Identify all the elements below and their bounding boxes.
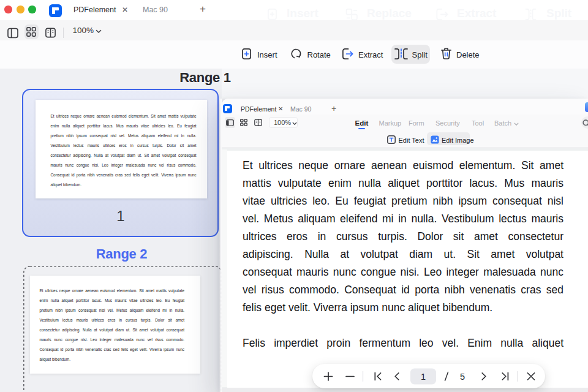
svg-text:5: 5: [460, 371, 465, 381]
svg-text:1: 1: [421, 371, 426, 381]
